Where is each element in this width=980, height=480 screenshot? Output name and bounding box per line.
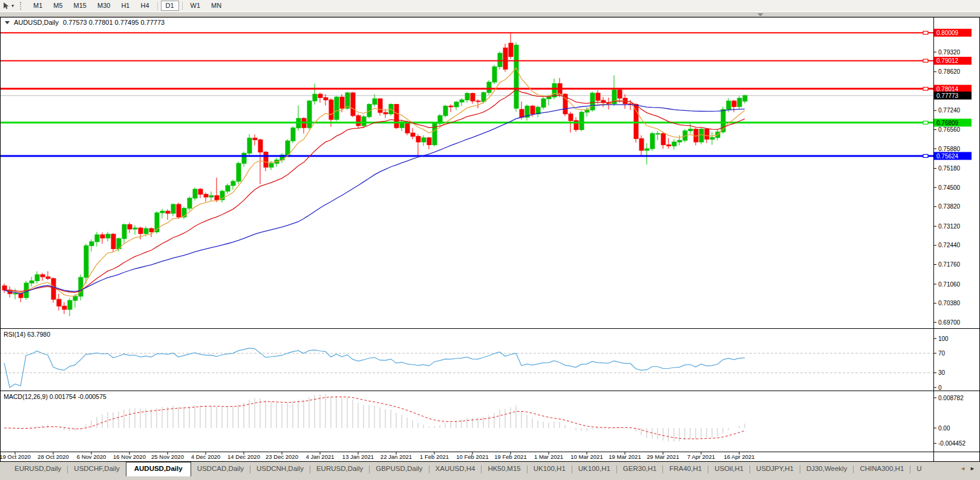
candle-body	[286, 141, 290, 155]
candle-body	[35, 274, 39, 281]
tab-scroll-right-icon[interactable]: ►	[970, 466, 975, 472]
candle-body	[547, 97, 551, 99]
candle-body	[57, 299, 61, 306]
candle-body	[160, 211, 165, 213]
symbol-tab-usdjpy-h1[interactable]: USDJPY,H1	[750, 462, 800, 475]
candle-body	[356, 115, 361, 126]
date-axis-label: 16 Apr 2021	[724, 453, 754, 460]
candle-body	[492, 66, 497, 82]
candle-body	[503, 48, 508, 69]
candle-body	[710, 137, 714, 139]
symbol-tab-eurusd-daily[interactable]: EURUSD,Daily	[8, 462, 67, 475]
timeframe-button-mn[interactable]: MN	[206, 1, 226, 11]
candle-body	[128, 225, 132, 229]
symbol-tab-fra40-h1[interactable]: FRA40,H1	[663, 462, 708, 475]
timeframe-button-m5[interactable]: M5	[48, 1, 67, 11]
chart-cursor-icon	[2, 2, 10, 10]
symbol-tab-xauusd-h4[interactable]: XAUUSD,H4	[430, 462, 482, 475]
timeframe-button-w1[interactable]: W1	[186, 1, 206, 11]
symbol-tab-usoil-h1[interactable]: USOil,H1	[708, 462, 750, 475]
timeframe-button-m30[interactable]: M30	[93, 1, 115, 11]
candle-body	[471, 93, 475, 101]
price-tag-label: 0.78014	[936, 86, 959, 92]
candle-body	[30, 281, 34, 283]
candle-body	[166, 211, 170, 213]
date-axis-label: 6 Nov 2020	[77, 453, 106, 460]
hline-handle[interactable]	[923, 59, 928, 62]
symbol-tab-china300-h1[interactable]: CHINA300,H1	[854, 462, 910, 475]
candle-body	[269, 163, 273, 167]
timeframe-button-m15[interactable]: M15	[69, 1, 91, 11]
symbol-tab-ger30-h1[interactable]: GER30,H1	[617, 462, 663, 475]
rsi-axis-label: 0	[938, 384, 942, 391]
candle-body	[645, 149, 649, 151]
candle-body	[41, 274, 45, 277]
rsi-axis-label: 100	[938, 336, 949, 342]
date-axis-label: 19 Feb 2021	[494, 453, 526, 460]
candle-body	[193, 189, 197, 198]
date-axis-label: 4 Dec 2020	[191, 453, 221, 460]
hline-handle[interactable]	[923, 31, 928, 34]
candle-body	[13, 293, 18, 294]
toolbar-separator	[157, 2, 158, 10]
symbol-tab-eurusd-daily[interactable]: EURUSD,Daily	[310, 462, 369, 475]
candle-body	[590, 93, 595, 110]
symbol-tab-gbpusd-daily[interactable]: GBPUSD,Daily	[370, 462, 428, 475]
symbol-tab-uk100-h1[interactable]: UK100,H1	[528, 462, 572, 475]
timeframe-button-h1[interactable]: H1	[116, 1, 134, 11]
price-axis-label: 0.79320	[938, 49, 961, 56]
date-axis-label: 1 Feb 2021	[420, 453, 449, 460]
hline-handle[interactable]	[923, 154, 928, 157]
symbol-tab-u[interactable]: U	[910, 462, 927, 475]
symbol-tab-dj30-weekly[interactable]: DJ30,Weekly	[800, 462, 854, 475]
symbol-dropdown-icon[interactable]	[5, 21, 10, 24]
candle-body	[384, 112, 388, 114]
toolbar-grip-handle[interactable]	[20, 2, 24, 10]
candle-body	[139, 228, 143, 233]
candle-body	[351, 93, 355, 116]
symbol-tab-audusd-daily[interactable]: AUDUSD,Daily	[126, 462, 191, 476]
tab-scroll-buttons: ◄►	[958, 462, 980, 472]
symbol-tab-usdcad-daily[interactable]: USDCAD,Daily	[191, 462, 250, 475]
date-axis-label: 13 Jan 2021	[342, 453, 374, 460]
timeframe-button-h4[interactable]: H4	[136, 1, 154, 11]
symbol-tab-hk50-m15[interactable]: HK50,M15	[482, 462, 526, 475]
candle-body	[487, 82, 491, 92]
timeframe-button-d1[interactable]: D1	[161, 1, 179, 11]
symbol-tab-usdchf-daily[interactable]: USDCHF,Daily	[68, 462, 125, 475]
candle-body	[318, 94, 322, 98]
symbol-tab-uk100-h1[interactable]: UK100,H1	[572, 462, 616, 475]
candle-body	[19, 293, 23, 297]
macd-axis-label: -0.004452	[938, 440, 965, 447]
hline-handle[interactable]	[923, 121, 928, 124]
price-chart-canvas[interactable]: 0.793200.786200.772400.765600.758800.751…	[0, 0, 980, 480]
timeframe-button-m1[interactable]: M1	[28, 1, 47, 11]
candle-body	[100, 235, 105, 238]
candle-body	[106, 234, 110, 238]
candle-body	[667, 145, 671, 146]
candle-body	[307, 101, 312, 128]
candle-body	[362, 117, 366, 126]
chart-cursor-tool-button[interactable]: ▾	[0, 1, 16, 11]
candle-body	[226, 186, 230, 191]
date-axis-label: 10 Feb 2021	[456, 453, 488, 460]
candle-body	[661, 134, 665, 145]
chart-ohlc-values: 0.77573 0.77801 0.77495 0.77773	[63, 19, 165, 26]
candle-body	[340, 97, 344, 109]
price-tag-label: 0.76809	[936, 120, 959, 126]
symbol-tab-usdcnh-daily[interactable]: USDCNH,Daily	[250, 462, 310, 475]
toolbar-separator	[182, 2, 183, 10]
date-axis-label: 29 Mar 2021	[647, 453, 679, 460]
date-axis-label: 14 Dec 2020	[227, 453, 260, 460]
macd-axis-label: 0.008782	[938, 395, 964, 401]
candle-body	[242, 153, 246, 163]
tab-scroll-left-icon[interactable]: ◄	[960, 466, 965, 472]
candle-body	[650, 134, 655, 149]
panel-collapse-handle[interactable]	[757, 13, 763, 16]
price-axis-label: 0.73120	[938, 223, 961, 230]
hline-handle[interactable]	[923, 87, 928, 90]
chart-title: AUDUSD,Daily 0.77573 0.77801 0.77495 0.7…	[5, 19, 165, 26]
candle-body	[509, 43, 513, 56]
date-axis-label: 1 Mar 2021	[534, 453, 563, 460]
macd-axis-label: 0.00	[938, 425, 950, 432]
